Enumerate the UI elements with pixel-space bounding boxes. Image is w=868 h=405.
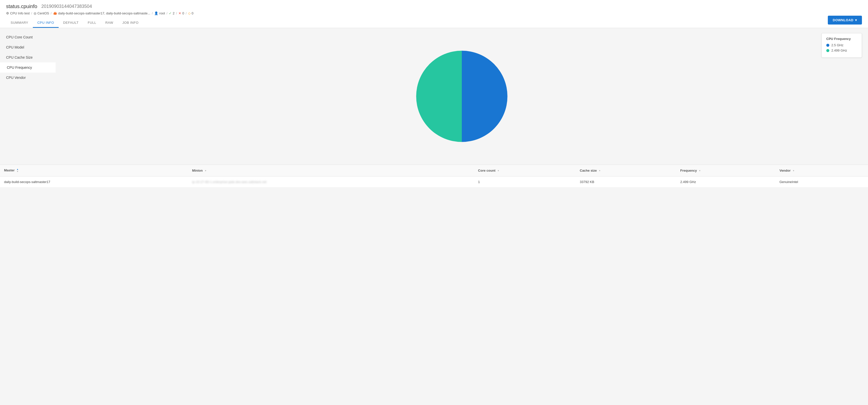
header-top: status.cpuinfo 20190903144047383504 [6, 4, 862, 9]
breadcrumb: ⚙ CPU Info test / ◎ CentOS / 🦀 daily-bui… [6, 11, 862, 15]
breadcrumb-centos[interactable]: ◎ CentOS [34, 11, 49, 15]
data-table: Master ▲ ▼ Minion ▼ [0, 165, 868, 188]
sort-icons-vendor[interactable]: ▼ [793, 170, 795, 172]
tab-raw[interactable]: RAW [101, 18, 118, 28]
tab-summary[interactable]: SUMMARY [6, 18, 33, 28]
cell-frequency: 2.499 GHz [676, 177, 775, 188]
breadcrumb-cpu-info-test[interactable]: ⚙ CPU Info test [6, 11, 30, 15]
cell-cache-size: 33792 KB [576, 177, 676, 188]
legend-label-1: 2.499 GHz [831, 49, 847, 52]
breadcrumb-check-count: ✓ 2 [169, 11, 175, 15]
page-title: status.cpuinfo [6, 4, 37, 9]
x-icon: ✕ [179, 11, 181, 15]
legend-dot-0 [826, 44, 829, 47]
sort-filter-icon: ▼ [205, 170, 207, 172]
col-header-minion[interactable]: Minion ▼ [188, 165, 474, 177]
table-section: Master ▲ ▼ Minion ▼ [0, 164, 868, 188]
cell-core-count: 1 [474, 177, 576, 188]
legend-label-0: 2.5 GHz [831, 43, 843, 47]
col-header-core-count[interactable]: Core count ▼ [474, 165, 576, 177]
gear-icon: ⚙ [6, 11, 9, 15]
tab-default[interactable]: DEFAULT [59, 18, 83, 28]
user-icon: 👤 [154, 11, 158, 15]
sort-icons-minion[interactable]: ▼ [205, 170, 207, 172]
tab-job-info[interactable]: JOB INFO [118, 18, 143, 28]
col-header-cache-size[interactable]: Cache size ▼ [576, 165, 676, 177]
col-header-vendor[interactable]: Vendor ▼ [775, 165, 868, 177]
table-header-row: Master ▲ ▼ Minion ▼ [0, 165, 868, 177]
sort-icons-core-count[interactable]: ▼ [497, 170, 499, 172]
chart-legend: CPU Frequency 2.5 GHz 2.499 GHz [822, 33, 862, 58]
sort-icons-master[interactable]: ▲ ▼ [17, 168, 19, 173]
diamond-icon: ◇ [188, 11, 191, 15]
tab-cpu-info[interactable]: CPU INFO [33, 18, 59, 28]
breadcrumb-user[interactable]: 👤 root [154, 11, 165, 15]
cell-vendor: GenuineIntel [775, 177, 868, 188]
legend-item-1: 2.499 GHz [826, 49, 857, 52]
download-button[interactable]: DOWNLOAD ▾ [828, 16, 862, 25]
sort-desc-icon: ▼ [17, 170, 19, 173]
sort-filter-icon-freq: ▼ [699, 170, 701, 172]
tab-full[interactable]: FULL [83, 18, 101, 28]
chevron-down-icon: ▾ [855, 18, 857, 22]
breadcrumb-x-count: ✕ 0 [179, 11, 184, 15]
sort-asc-icon: ▲ [17, 168, 19, 170]
check-icon: ✓ [169, 11, 172, 15]
cell-minion: ip-10-27-80-1.enterprise-jade.dev.aws.sa… [188, 177, 474, 188]
sort-filter-icon-cache: ▼ [599, 170, 601, 172]
cell-minion-blurred: ip-10-27-80-1.enterprise-jade.dev.aws.sa… [192, 180, 267, 184]
pie-chart [414, 48, 510, 144]
job-id: 20190903144047383504 [41, 4, 92, 9]
sidebar-item-cpu-cache-size[interactable]: CPU Cache Size [0, 52, 56, 62]
content-wrapper: CPU Core Count CPU Model CPU Cache Size … [0, 28, 868, 188]
chart-and-sidebar: CPU Core Count CPU Model CPU Cache Size … [0, 28, 868, 164]
breadcrumb-minion[interactable]: 🦀 daily-build-secops-saltmaster17, daily… [53, 11, 150, 15]
sidebar-item-cpu-vendor[interactable]: CPU Vendor [0, 72, 56, 83]
sort-filter-icon-core: ▼ [497, 170, 499, 172]
header: status.cpuinfo 20190903144047383504 ⚙ CP… [0, 0, 868, 28]
table-row: daily-build-secops-saltmaster17 ip-10-27… [0, 177, 868, 188]
legend-item-0: 2.5 GHz [826, 43, 857, 47]
sort-icons-cache[interactable]: ▼ [599, 170, 601, 172]
cell-master: daily-build-secops-saltmaster17 [0, 177, 188, 188]
sort-filter-icon-vendor: ▼ [793, 170, 795, 172]
os-icon: ◎ [34, 11, 36, 15]
sidebar-item-cpu-frequency[interactable]: CPU Frequency [0, 62, 56, 72]
legend-dot-1 [826, 49, 829, 52]
nav-tabs: SUMMARY CPU INFO DEFAULT FULL RAW JOB IN… [6, 18, 862, 28]
main-content: CPU Core Count CPU Model CPU Cache Size … [0, 28, 868, 188]
sort-icons-frequency[interactable]: ▼ [699, 170, 701, 172]
legend-title: CPU Frequency [826, 37, 857, 41]
download-label: DOWNLOAD [833, 18, 854, 22]
sidebar: CPU Core Count CPU Model CPU Cache Size … [0, 28, 56, 164]
minion-icon: 🦀 [53, 11, 57, 15]
chart-area: CPU Frequency 2.5 GHz 2.499 GHz [56, 28, 868, 164]
sidebar-item-cpu-core-count[interactable]: CPU Core Count [0, 32, 56, 42]
col-header-master[interactable]: Master ▲ ▼ [0, 165, 188, 177]
pie-svg [414, 48, 510, 144]
sidebar-item-cpu-model[interactable]: CPU Model [0, 42, 56, 52]
col-header-frequency[interactable]: Frequency ▼ [676, 165, 775, 177]
breadcrumb-diamond-count: ◇ 0 [188, 11, 193, 15]
